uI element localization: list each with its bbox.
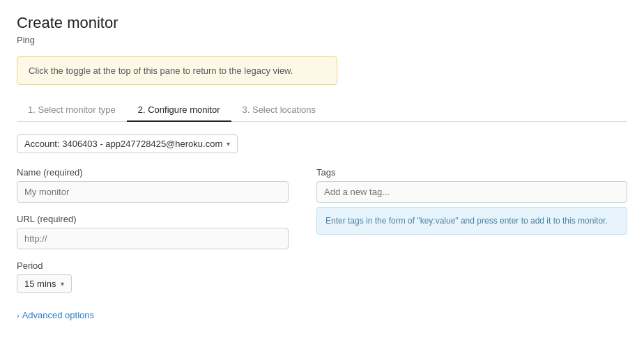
notice-banner: Click the toggle at the top of this pane… xyxy=(17,56,337,85)
tab-configure[interactable]: 2. Configure monitor xyxy=(127,99,231,122)
tags-label: Tags xyxy=(316,167,627,178)
form-layout: Name (required) URL (required) Period 15… xyxy=(17,167,627,320)
tags-hint-text: Enter tags in the form of "key:value" an… xyxy=(325,216,608,226)
advanced-options-link[interactable]: › Advanced options xyxy=(17,310,94,320)
url-label: URL (required) xyxy=(17,214,289,224)
period-select[interactable]: 15 mins ▾ xyxy=(17,274,72,293)
tab-select-locations[interactable]: 3. Select locations xyxy=(231,99,328,122)
chevron-down-icon: ▾ xyxy=(227,140,230,148)
period-label: Period xyxy=(17,260,289,271)
name-input[interactable] xyxy=(17,181,289,203)
period-value: 15 mins xyxy=(24,279,56,289)
account-selector[interactable]: Account: 3406403 - app247728425@heroku.c… xyxy=(17,134,238,153)
chevron-right-icon: › xyxy=(17,311,20,320)
url-field-group: URL (required) xyxy=(17,214,289,249)
page-title: Create monitor xyxy=(17,14,627,32)
page-subtitle: Ping xyxy=(17,35,627,45)
form-right-column: Tags Enter tags in the form of "key:valu… xyxy=(316,167,627,320)
name-label: Name (required) xyxy=(17,167,289,178)
tab-select-type[interactable]: 1. Select monitor type xyxy=(17,99,127,122)
tags-field-group: Tags Enter tags in the form of "key:valu… xyxy=(316,167,627,235)
period-field-group: Period 15 mins ▾ xyxy=(17,260,289,293)
tags-input[interactable] xyxy=(316,181,627,203)
tabs-bar: 1. Select monitor type 2. Configure moni… xyxy=(17,99,627,122)
chevron-down-icon: ▾ xyxy=(61,280,64,288)
notice-text: Click the toggle at the top of this pane… xyxy=(29,65,293,76)
tags-hint: Enter tags in the form of "key:value" an… xyxy=(316,207,627,235)
form-left-column: Name (required) URL (required) Period 15… xyxy=(17,167,289,320)
advanced-options-label: Advanced options xyxy=(22,310,94,320)
name-field-group: Name (required) xyxy=(17,167,289,203)
account-selector-label: Account: 3406403 - app247728425@heroku.c… xyxy=(24,139,222,149)
url-input[interactable] xyxy=(17,228,289,249)
